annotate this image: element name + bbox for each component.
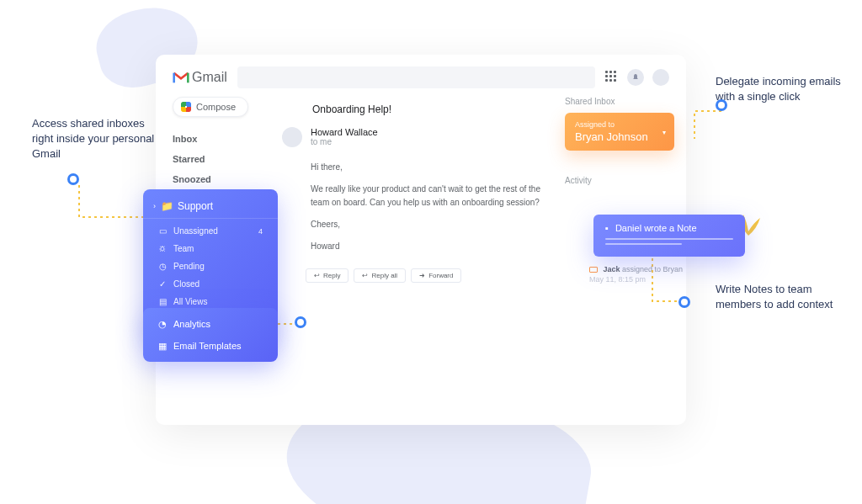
template-icon: ▦ xyxy=(158,342,167,350)
activity-time: May 11, 8:15 pm xyxy=(589,275,683,284)
forward-button[interactable]: ➜Forward xyxy=(411,268,461,283)
reply-all-button[interactable]: ↩Reply all xyxy=(354,268,406,283)
nav-analytics[interactable]: ◔Analytics xyxy=(143,313,278,335)
nav-snoozed[interactable]: Snoozed xyxy=(173,169,282,189)
body-greeting: Hi there, xyxy=(311,161,548,174)
shared-item-closed[interactable]: ✓Closed xyxy=(143,275,278,293)
assigned-name: Bryan Johnson xyxy=(575,130,664,143)
callout-delegate: Delegate incoming emails with a single c… xyxy=(716,74,850,104)
marker-dot xyxy=(678,296,690,308)
note-card[interactable]: ▪Daniel wrote a Note xyxy=(593,215,745,257)
activity-label: Activity xyxy=(565,176,674,185)
marker-dot xyxy=(295,316,306,328)
app-header: Gmail xyxy=(156,55,686,97)
chart-icon: ◔ xyxy=(158,320,167,328)
chevron-right-icon: › xyxy=(153,202,156,210)
email-subject: Onboarding Help! xyxy=(312,103,548,115)
tray-icon: ▭ xyxy=(158,227,167,236)
marker-dot xyxy=(67,173,79,185)
marker-dot xyxy=(716,99,727,111)
notifications-icon[interactable] xyxy=(627,69,644,86)
shared-item-team[interactable]: ⛭Team xyxy=(143,240,278,257)
chevron-down-icon: ▾ xyxy=(662,128,666,135)
compose-label: Compose xyxy=(196,102,236,112)
body-signoff: Cheers, xyxy=(311,218,548,231)
assign-card[interactable]: Assigned to Bryan Johnson ▾ xyxy=(565,113,674,151)
note-line xyxy=(605,238,733,240)
nav-email-templates[interactable]: ▦Email Templates xyxy=(143,335,278,357)
header-icons xyxy=(605,69,669,86)
check-icon: ✓ xyxy=(158,280,167,289)
reply-all-icon: ↩ xyxy=(362,272,368,279)
note-title-text: Daniel wrote a Note xyxy=(615,223,697,233)
forward-icon: ➜ xyxy=(419,272,425,279)
shared-inbox-label: Shared Inbox xyxy=(565,97,674,106)
team-icon: ⛭ xyxy=(158,245,167,253)
reply-actions: ↩Reply ↩Reply all ➜Forward xyxy=(306,268,548,283)
note-line xyxy=(605,243,682,245)
sender-to: to me xyxy=(311,137,378,146)
sender-name: Howard Wallace xyxy=(311,127,378,137)
reply-button[interactable]: ↩Reply xyxy=(306,268,349,283)
nav-starred[interactable]: Starred xyxy=(173,149,282,169)
connector-line xyxy=(686,105,728,147)
apps-grid-icon[interactable] xyxy=(605,71,619,84)
activity-text: assigned to Bryan xyxy=(620,265,684,273)
folder-icon: 📁 xyxy=(162,202,171,210)
list-icon: ▤ xyxy=(158,298,167,306)
nav-inbox[interactable]: Inbox xyxy=(173,129,282,149)
assigned-to-label: Assigned to xyxy=(575,120,664,129)
sender-avatar xyxy=(282,127,302,147)
reply-icon: ↩ xyxy=(314,272,320,279)
gmail-logo: Gmail xyxy=(173,70,227,85)
note-icon: ▪ xyxy=(605,223,609,233)
body-paragraph: We really like your product and can't wa… xyxy=(311,183,548,210)
search-input[interactable] xyxy=(237,66,595,88)
plus-icon xyxy=(181,102,191,112)
compose-button[interactable]: Compose xyxy=(173,97,248,117)
activity-person: Jack xyxy=(604,265,620,273)
email-content: Onboarding Help! Howard Wallace to me Hi… xyxy=(282,97,565,283)
callout-shared-inbox: Access shared inboxes right inside your … xyxy=(32,116,167,162)
bottom-panel: ◔Analytics ▦Email Templates xyxy=(143,308,278,362)
shared-panel-header[interactable]: › 📁 Support xyxy=(143,194,278,219)
body-sig-name: Howard xyxy=(311,240,548,253)
shared-title: Support xyxy=(178,200,213,212)
shared-item-pending[interactable]: ◷Pending xyxy=(143,257,278,275)
activity-item: Jack assigned to Bryan May 11, 8:15 pm xyxy=(589,265,683,284)
callout-notes: Write Notes to team members to add conte… xyxy=(716,282,850,312)
clock-icon: ◷ xyxy=(158,263,167,271)
envelope-icon xyxy=(589,267,598,273)
shared-item-unassigned[interactable]: ▭Unassigned4 xyxy=(143,222,278,240)
app-name: Gmail xyxy=(192,70,227,85)
avatar[interactable] xyxy=(652,69,669,86)
